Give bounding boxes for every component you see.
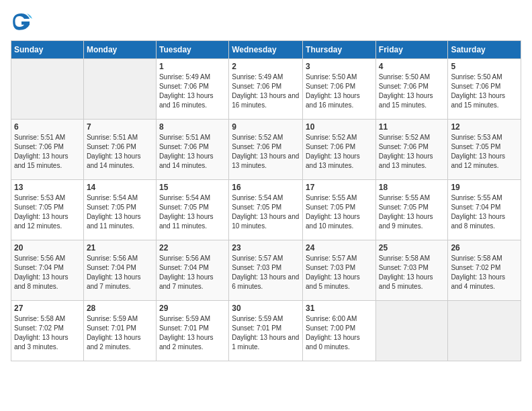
day-info: Sunrise: 5:53 AM Sunset: 7:05 PM Dayligh… — [451, 133, 518, 171]
day-number: 4 — [379, 62, 445, 71]
day-info: Sunrise: 5:53 AM Sunset: 7:05 PM Dayligh… — [14, 193, 81, 231]
column-header-wednesday: Wednesday — [229, 41, 303, 59]
column-header-sunday: Sunday — [11, 41, 84, 59]
day-info: Sunrise: 5:50 AM Sunset: 7:06 PM Dayligh… — [306, 73, 373, 110]
day-info: Sunrise: 5:51 AM Sunset: 7:06 PM Dayligh… — [14, 133, 81, 171]
day-cell — [375, 301, 448, 361]
day-number: 20 — [14, 243, 81, 253]
day-number: 12 — [451, 122, 518, 132]
day-cell: 12Sunrise: 5:53 AM Sunset: 7:05 PM Dayli… — [448, 120, 521, 180]
column-header-thursday: Thursday — [303, 41, 376, 59]
day-info: Sunrise: 5:58 AM Sunset: 7:03 PM Dayligh… — [379, 254, 445, 291]
day-info: Sunrise: 5:49 AM Sunset: 7:06 PM Dayligh… — [232, 73, 300, 110]
column-header-monday: Monday — [83, 41, 156, 59]
day-info: Sunrise: 5:55 AM Sunset: 7:05 PM Dayligh… — [379, 193, 445, 231]
logo — [11, 11, 35, 32]
day-number: 23 — [232, 243, 300, 253]
day-cell: 4Sunrise: 5:50 AM Sunset: 7:06 PM Daylig… — [375, 59, 448, 120]
day-cell: 2Sunrise: 5:49 AM Sunset: 7:06 PM Daylig… — [229, 59, 303, 120]
day-cell — [11, 59, 84, 120]
day-info: Sunrise: 5:54 AM Sunset: 7:05 PM Dayligh… — [159, 193, 226, 231]
column-header-friday: Friday — [375, 41, 448, 59]
day-info: Sunrise: 5:55 AM Sunset: 7:04 PM Dayligh… — [451, 193, 518, 231]
day-cell: 7Sunrise: 5:51 AM Sunset: 7:06 PM Daylig… — [83, 120, 156, 180]
day-info: Sunrise: 5:55 AM Sunset: 7:05 PM Dayligh… — [306, 193, 373, 231]
day-number: 22 — [159, 243, 226, 253]
column-header-tuesday: Tuesday — [156, 41, 228, 59]
week-row-5: 27Sunrise: 5:58 AM Sunset: 7:02 PM Dayli… — [11, 301, 521, 361]
day-cell: 19Sunrise: 5:55 AM Sunset: 7:04 PM Dayli… — [448, 180, 521, 240]
day-info: Sunrise: 5:59 AM Sunset: 7:01 PM Dayligh… — [87, 314, 153, 352]
day-number: 31 — [306, 304, 373, 313]
calendar-table: SundayMondayTuesdayWednesdayThursdayFrid… — [11, 40, 521, 361]
day-number: 18 — [379, 183, 445, 192]
day-number: 24 — [306, 243, 373, 253]
day-cell: 6Sunrise: 5:51 AM Sunset: 7:06 PM Daylig… — [11, 120, 84, 180]
day-cell: 30Sunrise: 5:59 AM Sunset: 7:01 PM Dayli… — [229, 301, 303, 361]
header-row: SundayMondayTuesdayWednesdayThursdayFrid… — [11, 41, 521, 59]
day-number: 19 — [451, 183, 518, 192]
day-cell — [448, 301, 521, 361]
day-number: 11 — [379, 122, 445, 132]
column-header-saturday: Saturday — [448, 41, 521, 59]
day-info: Sunrise: 5:56 AM Sunset: 7:04 PM Dayligh… — [159, 254, 226, 291]
day-number: 5 — [451, 62, 518, 71]
day-cell: 20Sunrise: 5:56 AM Sunset: 7:04 PM Dayli… — [11, 240, 84, 301]
week-row-3: 13Sunrise: 5:53 AM Sunset: 7:05 PM Dayli… — [11, 180, 521, 240]
day-cell: 14Sunrise: 5:54 AM Sunset: 7:05 PM Dayli… — [83, 180, 156, 240]
day-number: 26 — [451, 243, 518, 253]
day-cell — [83, 59, 156, 120]
day-number: 7 — [87, 122, 153, 132]
day-cell: 31Sunrise: 6:00 AM Sunset: 7:00 PM Dayli… — [303, 301, 376, 361]
day-cell: 26Sunrise: 5:58 AM Sunset: 7:02 PM Dayli… — [448, 240, 521, 301]
day-number: 1 — [159, 62, 226, 71]
day-number: 27 — [14, 304, 81, 313]
day-cell: 24Sunrise: 5:57 AM Sunset: 7:03 PM Dayli… — [303, 240, 376, 301]
day-info: Sunrise: 5:58 AM Sunset: 7:02 PM Dayligh… — [14, 314, 81, 352]
day-cell: 8Sunrise: 5:51 AM Sunset: 7:06 PM Daylig… — [156, 120, 228, 180]
day-cell: 13Sunrise: 5:53 AM Sunset: 7:05 PM Dayli… — [11, 180, 84, 240]
day-info: Sunrise: 5:51 AM Sunset: 7:06 PM Dayligh… — [87, 133, 153, 171]
day-number: 13 — [14, 183, 81, 192]
day-info: Sunrise: 5:59 AM Sunset: 7:01 PM Dayligh… — [159, 314, 226, 352]
day-cell: 5Sunrise: 5:50 AM Sunset: 7:06 PM Daylig… — [448, 59, 521, 120]
day-info: Sunrise: 5:58 AM Sunset: 7:02 PM Dayligh… — [451, 254, 518, 291]
day-number: 21 — [87, 243, 153, 253]
day-cell: 22Sunrise: 5:56 AM Sunset: 7:04 PM Dayli… — [156, 240, 228, 301]
day-number: 30 — [232, 304, 300, 313]
day-number: 3 — [306, 62, 373, 71]
day-cell: 16Sunrise: 5:54 AM Sunset: 7:05 PM Dayli… — [229, 180, 303, 240]
day-info: Sunrise: 5:57 AM Sunset: 7:03 PM Dayligh… — [306, 254, 373, 291]
day-info: Sunrise: 5:52 AM Sunset: 7:06 PM Dayligh… — [306, 133, 373, 171]
day-number: 2 — [232, 62, 300, 71]
day-info: Sunrise: 5:54 AM Sunset: 7:05 PM Dayligh… — [232, 193, 300, 231]
day-cell: 23Sunrise: 5:57 AM Sunset: 7:03 PM Dayli… — [229, 240, 303, 301]
page-header — [11, 11, 521, 32]
day-info: Sunrise: 5:50 AM Sunset: 7:06 PM Dayligh… — [451, 73, 518, 110]
day-cell: 3Sunrise: 5:50 AM Sunset: 7:06 PM Daylig… — [303, 59, 376, 120]
day-info: Sunrise: 5:56 AM Sunset: 7:04 PM Dayligh… — [14, 254, 81, 291]
day-cell: 1Sunrise: 5:49 AM Sunset: 7:06 PM Daylig… — [156, 59, 228, 120]
week-row-4: 20Sunrise: 5:56 AM Sunset: 7:04 PM Dayli… — [11, 240, 521, 301]
day-info: Sunrise: 5:50 AM Sunset: 7:06 PM Dayligh… — [379, 73, 445, 110]
week-row-2: 6Sunrise: 5:51 AM Sunset: 7:06 PM Daylig… — [11, 120, 521, 180]
day-cell: 18Sunrise: 5:55 AM Sunset: 7:05 PM Dayli… — [375, 180, 448, 240]
day-number: 6 — [14, 122, 81, 132]
day-cell: 11Sunrise: 5:52 AM Sunset: 7:06 PM Dayli… — [375, 120, 448, 180]
day-cell: 28Sunrise: 5:59 AM Sunset: 7:01 PM Dayli… — [83, 301, 156, 361]
day-number: 25 — [379, 243, 445, 253]
day-number: 28 — [87, 304, 153, 313]
day-cell: 29Sunrise: 5:59 AM Sunset: 7:01 PM Dayli… — [156, 301, 228, 361]
day-cell: 21Sunrise: 5:56 AM Sunset: 7:04 PM Dayli… — [83, 240, 156, 301]
day-number: 16 — [232, 183, 300, 192]
day-cell: 17Sunrise: 5:55 AM Sunset: 7:05 PM Dayli… — [303, 180, 376, 240]
day-number: 8 — [159, 122, 226, 132]
day-info: Sunrise: 5:57 AM Sunset: 7:03 PM Dayligh… — [232, 254, 300, 291]
day-info: Sunrise: 5:56 AM Sunset: 7:04 PM Dayligh… — [87, 254, 153, 291]
day-info: Sunrise: 6:00 AM Sunset: 7:00 PM Dayligh… — [306, 314, 373, 352]
day-cell: 9Sunrise: 5:52 AM Sunset: 7:06 PM Daylig… — [229, 120, 303, 180]
day-cell: 25Sunrise: 5:58 AM Sunset: 7:03 PM Dayli… — [375, 240, 448, 301]
day-cell: 15Sunrise: 5:54 AM Sunset: 7:05 PM Dayli… — [156, 180, 228, 240]
day-info: Sunrise: 5:52 AM Sunset: 7:06 PM Dayligh… — [232, 133, 300, 171]
day-cell: 27Sunrise: 5:58 AM Sunset: 7:02 PM Dayli… — [11, 301, 84, 361]
